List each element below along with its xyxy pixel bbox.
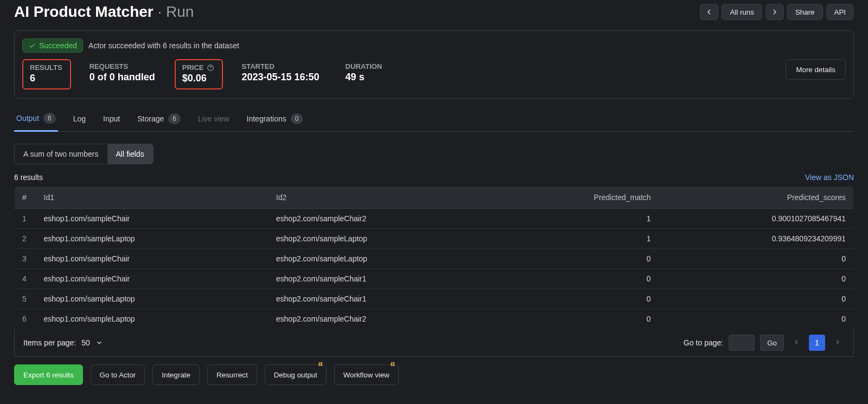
table-row[interactable]: 6eshop1.com/sampleLaptopeshop2.com/sampl…	[15, 309, 854, 329]
stat-started: STARTED 2023-05-15 16:50	[235, 59, 327, 87]
cell-id1: eshop1.com/sampleChair	[36, 209, 269, 229]
cell-match: 1	[501, 209, 659, 229]
goto-page-label: Go to page:	[684, 338, 723, 347]
stat-price[interactable]: PRICE $0.06	[175, 59, 224, 89]
title-main: AI Product Matcher	[14, 3, 154, 20]
tab-storage[interactable]: Storage 6	[135, 106, 183, 131]
page-next-button[interactable]	[831, 338, 845, 348]
table-row[interactable]: 2eshop1.com/sampleLaptopeshop2.com/sampl…	[15, 229, 854, 249]
table-row[interactable]: 3eshop1.com/sampleChaireshop2.com/sample…	[15, 249, 854, 269]
cell-id1: eshop1.com/sampleLaptop	[36, 229, 269, 249]
col-match: Predicted_match	[501, 187, 659, 209]
stat-results-label: RESULTS	[30, 63, 62, 72]
goto-page-input[interactable]	[729, 335, 755, 351]
tab-output-badge: 6	[43, 113, 56, 124]
stat-results[interactable]: RESULTS 6	[22, 59, 71, 89]
cell-match: 0	[501, 249, 659, 269]
cell-score: 0	[659, 289, 854, 309]
tabs: Output 6 Log Input Storage 6 Live view I…	[14, 106, 854, 132]
all-runs-button[interactable]: All runs	[722, 4, 762, 20]
cell-id2: eshop2.com/sampleChair1	[269, 269, 501, 289]
workflow-view-button[interactable]: α Workflow view	[334, 364, 399, 385]
page-prev-button[interactable]	[789, 338, 803, 348]
stat-started-label: STARTED	[241, 62, 319, 70]
seg-all-fields[interactable]: All fields	[107, 144, 153, 164]
stat-results-value: 6	[30, 73, 62, 84]
stat-requests-label: REQUESTS	[90, 62, 155, 70]
help-icon	[207, 64, 214, 72]
cell-match: 0	[501, 269, 659, 289]
cell-id1: eshop1.com/sampleChair	[36, 269, 269, 289]
cell-id2: eshop2.com/sampleChair1	[269, 289, 501, 309]
cell-index: 4	[15, 269, 36, 289]
debug-output-button[interactable]: α Debug output	[265, 364, 327, 385]
check-icon	[28, 42, 36, 49]
cell-id2: eshop2.com/sampleLaptop	[269, 229, 501, 249]
more-details-button[interactable]: More details	[786, 59, 846, 80]
tab-integrations-badge: 0	[291, 113, 303, 124]
table-row[interactable]: 1eshop1.com/sampleChaireshop2.com/sample…	[15, 209, 854, 229]
cell-id2: eshop2.com/sampleChair2	[269, 309, 501, 329]
next-run-button[interactable]	[765, 4, 784, 20]
resurrect-button[interactable]: Resurrect	[207, 364, 257, 385]
page-title: AI Product Matcher · Run	[14, 3, 194, 21]
page-current[interactable]: 1	[809, 335, 825, 351]
api-button[interactable]: API	[826, 4, 854, 20]
tab-output[interactable]: Output 6	[14, 106, 58, 132]
items-per-page-select[interactable]: 50	[81, 338, 103, 347]
cell-score: 0.9364809234209991	[659, 229, 854, 249]
stat-duration: DURATION 49 s	[339, 59, 390, 87]
col-id1: Id1	[36, 187, 269, 209]
stat-requests-value: 0 of 0 handled	[90, 72, 155, 83]
stat-started-value: 2023-05-15 16:50	[241, 72, 319, 83]
cell-score: 0	[659, 309, 854, 329]
go-to-actor-button[interactable]: Go to Actor	[91, 364, 145, 385]
cell-match: 1	[501, 229, 659, 249]
table-row[interactable]: 5eshop1.com/sampleLaptopeshop2.com/sampl…	[15, 289, 854, 309]
col-score: Predicted_scores	[659, 187, 854, 209]
col-index: #	[15, 187, 36, 209]
status-label: Succeeded	[39, 41, 77, 50]
arrow-right-icon	[770, 8, 779, 16]
share-button[interactable]: Share	[787, 4, 823, 20]
stat-requests[interactable]: REQUESTS 0 of 0 handled	[83, 59, 163, 87]
cell-id1: eshop1.com/sampleChair	[36, 249, 269, 269]
tab-log[interactable]: Log	[71, 106, 88, 131]
cell-id1: eshop1.com/sampleLaptop	[36, 309, 269, 329]
table-row[interactable]: 4eshop1.com/sampleChaireshop2.com/sample…	[15, 269, 854, 289]
tab-live-view[interactable]: Live view	[196, 106, 232, 131]
status-badge: Succeeded	[22, 39, 83, 53]
cell-index: 6	[15, 309, 36, 329]
cell-index: 1	[15, 209, 36, 229]
cell-score: 0	[659, 269, 854, 289]
stat-duration-value: 49 s	[346, 72, 382, 83]
tab-storage-badge: 6	[168, 113, 181, 124]
cell-id1: eshop1.com/sampleLaptop	[36, 289, 269, 309]
field-selector: A sum of two numbers All fields	[14, 144, 154, 164]
status-message: Actor succeeded with 6 results in the da…	[88, 41, 239, 50]
alpha-badge: α	[391, 360, 395, 368]
goto-page-button[interactable]: Go	[760, 335, 784, 351]
title-sub: · Run	[154, 3, 194, 20]
view-as-json-link[interactable]: View as JSON	[805, 173, 854, 182]
prev-run-button[interactable]	[700, 4, 718, 20]
chevron-right-icon	[834, 338, 841, 346]
tab-input[interactable]: Input	[101, 106, 122, 131]
seg-sum[interactable]: A sum of two numbers	[15, 144, 107, 164]
col-id2: Id2	[269, 187, 501, 209]
chevron-left-icon	[793, 338, 800, 346]
stat-price-label: PRICE	[182, 63, 215, 72]
cell-score: 0.9001027085467941	[659, 209, 854, 229]
tab-integrations[interactable]: Integrations 0	[245, 106, 305, 131]
arrow-left-icon	[705, 8, 713, 16]
stat-duration-label: DURATION	[346, 62, 382, 70]
cell-index: 2	[15, 229, 36, 249]
integrate-button[interactable]: Integrate	[152, 364, 200, 385]
results-count: 6 results	[14, 173, 43, 182]
stat-price-value: $0.06	[182, 73, 215, 84]
chevron-down-icon	[95, 339, 103, 347]
cell-id2: eshop2.com/sampleChair2	[269, 209, 501, 229]
export-button[interactable]: Export 6 results	[14, 364, 83, 385]
cell-id2: eshop2.com/sampleLaptop	[269, 249, 501, 269]
cell-index: 3	[15, 249, 36, 269]
